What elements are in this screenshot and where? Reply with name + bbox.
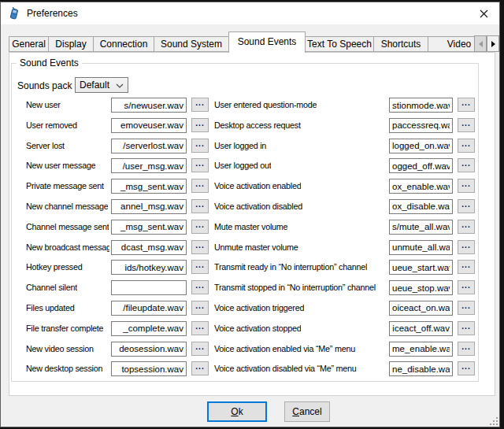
sound-file-input[interactable] [389,301,453,316]
tab-sound-system[interactable]: Sound System [154,36,229,52]
sound-file-input[interactable] [389,139,453,153]
tab-video[interactable]: Video [428,36,475,52]
browse-button[interactable]: ... [191,179,209,193]
sound-file-input[interactable] [389,240,453,255]
sound-event-row: Files updated... [26,301,209,316]
browse-button[interactable]: ... [458,301,475,315]
sound-event-label: Voice activation stopped [214,321,301,336]
sound-file-input[interactable] [389,260,453,275]
sound-file-input[interactable] [389,98,453,113]
sound-event-row: Private message sent... [26,179,209,194]
sound-event-row: Transmit stopped in “No interruption” ch… [214,280,475,295]
sounds-pack-value: Default [80,80,109,91]
sound-event-label: New desktop session [26,361,102,376]
browse-button[interactable]: ... [458,361,475,375]
ok-button[interactable]: Ok [207,401,267,422]
browse-button[interactable]: ... [458,139,475,153]
sound-file-input[interactable] [111,199,187,214]
sound-event-row: Unmute master volume... [214,240,475,255]
sound-file-input[interactable] [111,361,187,376]
sound-file-input[interactable] [389,361,453,376]
sound-file-input[interactable] [389,220,453,235]
sound-file-input[interactable] [111,118,187,133]
browse-button[interactable]: ... [458,342,475,356]
browse-button[interactable]: ... [458,280,475,294]
browse-button[interactable]: ... [191,240,209,254]
browse-button[interactable]: ... [191,139,209,153]
sound-events-left-column: New user...User removed...Server lost...… [26,98,209,376]
sound-file-input[interactable] [111,321,187,336]
browse-button[interactable]: ... [458,260,475,274]
sound-file-input[interactable] [389,179,453,194]
sound-event-row: New desktop session... [26,361,209,376]
sound-file-input[interactable] [111,301,187,316]
titlebar[interactable]: Preferences [1,2,499,24]
browse-button[interactable]: ... [458,199,475,213]
sound-event-label: User removed [26,118,77,133]
browse-button[interactable]: ... [191,361,209,375]
browse-button[interactable]: ... [458,98,475,112]
tab-scroll-left-button[interactable] [474,35,487,52]
sound-event-row: New user... [26,98,209,113]
sound-file-input[interactable] [389,199,453,214]
tab-sound-events[interactable]: Sound Events [228,31,306,53]
sound-event-row: Desktop access request... [214,118,475,133]
browse-button[interactable]: ... [458,220,475,234]
sound-file-input[interactable] [111,139,187,153]
sound-event-label: Voice activation disabled [214,199,302,214]
sound-file-input[interactable] [111,220,187,235]
browse-button[interactable]: ... [458,118,475,132]
sound-event-label: New user [26,98,61,113]
browse-button[interactable]: ... [458,240,475,254]
browse-button[interactable]: ... [191,342,209,356]
sound-file-input[interactable] [389,280,453,295]
browse-button[interactable]: ... [458,158,475,172]
browse-button[interactable]: ... [191,98,209,112]
sounds-pack-select[interactable]: Default [75,77,128,93]
browse-button[interactable]: ... [191,321,209,335]
close-icon [480,9,488,18]
sound-event-label: Unmute master volume [214,240,298,255]
close-button[interactable] [468,2,499,24]
sound-event-row: Channel message sent... [26,220,209,235]
sound-file-input[interactable] [111,179,187,194]
sound-event-row: Voice activation triggered... [214,301,475,316]
window-title: Preferences [27,2,78,24]
browse-button[interactable]: ... [191,199,209,213]
sound-file-input[interactable] [389,321,453,336]
browse-button[interactable]: ... [191,301,209,315]
sound-file-input[interactable] [389,158,453,173]
tab-text-to-speech[interactable]: Text To Speech [305,36,374,52]
sound-event-label: Mute master volume [214,220,287,235]
browse-button[interactable]: ... [191,158,209,172]
tab-shortcuts[interactable]: Shortcuts [373,36,428,52]
sound-event-row: User logged in... [214,139,475,153]
sound-event-row: Server lost... [26,139,209,153]
sound-event-label: Desktop access request [214,118,301,133]
sound-event-label: Voice activation disabled via “Me” menu [214,361,357,376]
browse-button[interactable]: ... [191,220,209,234]
sound-file-input[interactable] [389,342,453,357]
tab-display[interactable]: Display [48,36,94,52]
cancel-button[interactable]: Cancel [284,401,330,422]
sound-event-label: Transmit ready in “No interruption” chan… [214,260,367,275]
sound-event-row: User removed... [26,118,209,133]
browse-button[interactable]: ... [458,321,475,335]
tab-general[interactable]: General [9,36,49,52]
tab-connection[interactable]: Connection [93,36,154,52]
browse-button[interactable]: ... [191,118,209,132]
resize-grip[interactable] [490,417,499,427]
sound-file-input[interactable] [389,118,453,133]
browse-button[interactable]: ... [191,280,209,294]
sound-event-label: User entered question-mode [214,98,317,113]
browse-button[interactable]: ... [458,179,475,193]
browse-button[interactable]: ... [191,260,209,274]
tab-scroll-right-button[interactable] [487,35,499,52]
sound-file-input[interactable] [111,260,187,275]
sound-file-input[interactable] [111,98,187,113]
sound-file-input[interactable] [111,280,187,295]
sound-file-input[interactable] [111,158,187,173]
sound-file-input[interactable] [111,240,187,255]
sound-events-right-column: User entered question-mode...Desktop acc… [214,98,475,376]
sound-file-input[interactable] [111,342,187,357]
